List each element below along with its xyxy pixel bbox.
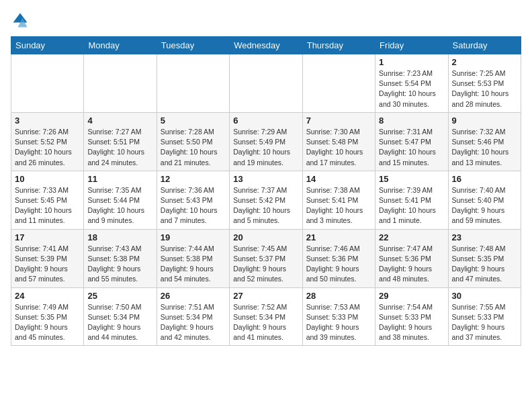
- weekday-header-sunday: Sunday: [11, 37, 84, 54]
- day-number: 21: [306, 232, 371, 242]
- weekday-header-saturday: Saturday: [448, 37, 521, 54]
- day-number: 16: [452, 174, 517, 184]
- day-info: Sunrise: 7:45 AM Sunset: 5:37 PM Dayligh…: [233, 244, 298, 285]
- calendar-cell: 4Sunrise: 7:27 AM Sunset: 5:51 PM Daylig…: [84, 112, 157, 171]
- day-number: 27: [233, 291, 298, 301]
- logo-icon: [11, 11, 30, 30]
- calendar-cell: 23Sunrise: 7:48 AM Sunset: 5:35 PM Dayli…: [448, 229, 521, 287]
- day-info: Sunrise: 7:32 AM Sunset: 5:46 PM Dayligh…: [452, 127, 517, 168]
- calendar-cell: 18Sunrise: 7:43 AM Sunset: 5:38 PM Dayli…: [84, 229, 157, 287]
- calendar-cell: [84, 54, 157, 113]
- day-number: 12: [161, 174, 226, 184]
- day-number: 23: [452, 232, 517, 242]
- day-info: Sunrise: 7:23 AM Sunset: 5:54 PM Dayligh…: [379, 68, 444, 109]
- calendar-cell: 3Sunrise: 7:26 AM Sunset: 5:52 PM Daylig…: [11, 112, 84, 171]
- calendar-cell: [11, 54, 84, 113]
- day-info: Sunrise: 7:48 AM Sunset: 5:35 PM Dayligh…: [452, 244, 517, 285]
- calendar-cell: [302, 54, 375, 113]
- day-number: 9: [452, 116, 517, 126]
- day-info: Sunrise: 7:28 AM Sunset: 5:50 PM Dayligh…: [161, 127, 226, 168]
- day-info: Sunrise: 7:30 AM Sunset: 5:48 PM Dayligh…: [306, 127, 371, 168]
- day-info: Sunrise: 7:29 AM Sunset: 5:49 PM Dayligh…: [233, 127, 298, 168]
- day-number: 17: [15, 232, 80, 242]
- day-number: 6: [233, 116, 298, 126]
- day-info: Sunrise: 7:26 AM Sunset: 5:52 PM Dayligh…: [15, 127, 80, 168]
- calendar-cell: 8Sunrise: 7:31 AM Sunset: 5:47 PM Daylig…: [375, 112, 448, 171]
- day-info: Sunrise: 7:49 AM Sunset: 5:35 PM Dayligh…: [15, 302, 80, 343]
- calendar-cell: 17Sunrise: 7:41 AM Sunset: 5:39 PM Dayli…: [11, 229, 84, 287]
- day-number: 3: [15, 116, 80, 126]
- day-number: 25: [87, 291, 152, 301]
- day-number: 29: [379, 291, 444, 301]
- calendar-cell: 10Sunrise: 7:33 AM Sunset: 5:45 PM Dayli…: [11, 171, 84, 229]
- day-info: Sunrise: 7:41 AM Sunset: 5:39 PM Dayligh…: [15, 244, 80, 285]
- day-info: Sunrise: 7:54 AM Sunset: 5:33 PM Dayligh…: [379, 302, 444, 343]
- calendar-cell: [230, 54, 302, 113]
- day-number: 8: [379, 116, 444, 126]
- day-number: 24: [15, 291, 80, 301]
- calendar-cell: 30Sunrise: 7:55 AM Sunset: 5:33 PM Dayli…: [448, 287, 521, 346]
- day-info: Sunrise: 7:44 AM Sunset: 5:38 PM Dayligh…: [161, 244, 226, 285]
- calendar-cell: 6Sunrise: 7:29 AM Sunset: 5:49 PM Daylig…: [230, 112, 302, 171]
- day-number: 4: [87, 116, 152, 126]
- calendar-cell: 27Sunrise: 7:52 AM Sunset: 5:34 PM Dayli…: [230, 287, 302, 346]
- day-number: 20: [233, 232, 298, 242]
- day-number: 19: [161, 232, 226, 242]
- calendar-cell: 1Sunrise: 7:23 AM Sunset: 5:54 PM Daylig…: [375, 54, 448, 113]
- day-info: Sunrise: 7:25 AM Sunset: 5:53 PM Dayligh…: [452, 68, 517, 109]
- day-info: Sunrise: 7:35 AM Sunset: 5:44 PM Dayligh…: [87, 185, 152, 226]
- day-number: 15: [379, 174, 444, 184]
- calendar-cell: [157, 54, 229, 113]
- calendar-cell: 15Sunrise: 7:39 AM Sunset: 5:41 PM Dayli…: [375, 171, 448, 229]
- day-info: Sunrise: 7:40 AM Sunset: 5:40 PM Dayligh…: [452, 185, 517, 226]
- calendar-cell: 2Sunrise: 7:25 AM Sunset: 5:53 PM Daylig…: [448, 54, 521, 113]
- weekday-header-friday: Friday: [375, 37, 448, 54]
- calendar-cell: 7Sunrise: 7:30 AM Sunset: 5:48 PM Daylig…: [302, 112, 375, 171]
- day-info: Sunrise: 7:53 AM Sunset: 5:33 PM Dayligh…: [306, 302, 371, 343]
- day-number: 10: [15, 174, 80, 184]
- calendar-cell: 25Sunrise: 7:50 AM Sunset: 5:34 PM Dayli…: [84, 287, 157, 346]
- day-number: 13: [233, 174, 298, 184]
- weekday-header-tuesday: Tuesday: [157, 37, 229, 54]
- day-number: 7: [306, 116, 371, 126]
- day-number: 14: [306, 174, 371, 184]
- svg-marker-0: [13, 13, 28, 23]
- day-number: 28: [306, 291, 371, 301]
- calendar-cell: 16Sunrise: 7:40 AM Sunset: 5:40 PM Dayli…: [448, 171, 521, 229]
- day-info: Sunrise: 7:47 AM Sunset: 5:36 PM Dayligh…: [379, 244, 444, 285]
- calendar-cell: 14Sunrise: 7:38 AM Sunset: 5:41 PM Dayli…: [302, 171, 375, 229]
- day-info: Sunrise: 7:39 AM Sunset: 5:41 PM Dayligh…: [379, 185, 444, 226]
- day-info: Sunrise: 7:46 AM Sunset: 5:36 PM Dayligh…: [306, 244, 371, 285]
- calendar-cell: 11Sunrise: 7:35 AM Sunset: 5:44 PM Dayli…: [84, 171, 157, 229]
- calendar-cell: 24Sunrise: 7:49 AM Sunset: 5:35 PM Dayli…: [11, 287, 84, 346]
- day-info: Sunrise: 7:38 AM Sunset: 5:41 PM Dayligh…: [306, 185, 371, 226]
- calendar-cell: 13Sunrise: 7:37 AM Sunset: 5:42 PM Dayli…: [230, 171, 302, 229]
- calendar-cell: 5Sunrise: 7:28 AM Sunset: 5:50 PM Daylig…: [157, 112, 229, 171]
- weekday-header-monday: Monday: [84, 37, 157, 54]
- weekday-header-wednesday: Wednesday: [230, 37, 302, 54]
- day-number: 30: [452, 291, 517, 301]
- day-number: 1: [379, 57, 444, 67]
- calendar-cell: 21Sunrise: 7:46 AM Sunset: 5:36 PM Dayli…: [302, 229, 375, 287]
- day-number: 11: [87, 174, 152, 184]
- day-info: Sunrise: 7:50 AM Sunset: 5:34 PM Dayligh…: [87, 302, 152, 343]
- weekday-header-thursday: Thursday: [302, 37, 375, 54]
- calendar-cell: 26Sunrise: 7:51 AM Sunset: 5:34 PM Dayli…: [157, 287, 229, 346]
- logo: [11, 11, 32, 30]
- calendar-cell: 12Sunrise: 7:36 AM Sunset: 5:43 PM Dayli…: [157, 171, 229, 229]
- day-info: Sunrise: 7:55 AM Sunset: 5:33 PM Dayligh…: [452, 302, 517, 343]
- day-number: 5: [161, 116, 226, 126]
- day-number: 22: [379, 232, 444, 242]
- calendar-table: SundayMondayTuesdayWednesdayThursdayFrid…: [11, 36, 521, 346]
- day-info: Sunrise: 7:37 AM Sunset: 5:42 PM Dayligh…: [233, 185, 298, 226]
- day-info: Sunrise: 7:43 AM Sunset: 5:38 PM Dayligh…: [87, 244, 152, 285]
- day-info: Sunrise: 7:27 AM Sunset: 5:51 PM Dayligh…: [87, 127, 152, 168]
- day-info: Sunrise: 7:51 AM Sunset: 5:34 PM Dayligh…: [161, 302, 226, 343]
- day-number: 26: [161, 291, 226, 301]
- calendar-cell: 9Sunrise: 7:32 AM Sunset: 5:46 PM Daylig…: [448, 112, 521, 171]
- day-info: Sunrise: 7:52 AM Sunset: 5:34 PM Dayligh…: [233, 302, 298, 343]
- day-info: Sunrise: 7:33 AM Sunset: 5:45 PM Dayligh…: [15, 185, 80, 226]
- day-number: 18: [87, 232, 152, 242]
- calendar-cell: 22Sunrise: 7:47 AM Sunset: 5:36 PM Dayli…: [375, 229, 448, 287]
- calendar-cell: 20Sunrise: 7:45 AM Sunset: 5:37 PM Dayli…: [230, 229, 302, 287]
